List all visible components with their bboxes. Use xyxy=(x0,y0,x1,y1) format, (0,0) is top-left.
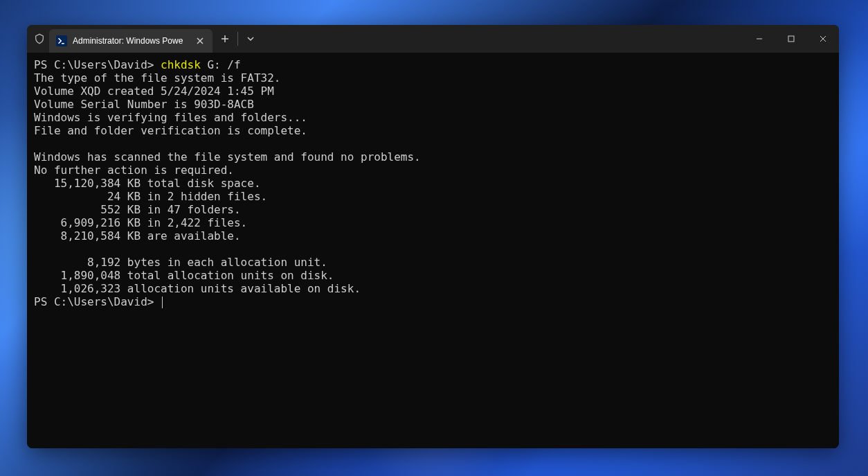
title-bar[interactable]: Administrator: Windows Powe xyxy=(27,25,839,53)
minimize-icon xyxy=(756,35,763,42)
output-line: Volume Serial Number is 903D-8ACB xyxy=(34,98,254,111)
output-line: 1,026,323 allocation units available on … xyxy=(34,282,361,295)
powershell-icon xyxy=(56,35,67,46)
tab-dropdown-button[interactable] xyxy=(238,25,263,53)
minimize-button[interactable] xyxy=(743,25,775,53)
close-window-button[interactable] xyxy=(807,25,839,53)
prompt: PS C:\Users\David> xyxy=(34,58,161,71)
admin-shield-icon xyxy=(34,33,45,44)
maximize-icon xyxy=(788,35,795,42)
terminal-window: Administrator: Windows Powe xyxy=(27,25,839,448)
cursor xyxy=(162,297,163,308)
active-tab[interactable]: Administrator: Windows Powe xyxy=(49,29,213,53)
output-line: 8,192 bytes in each allocation unit. xyxy=(34,256,327,269)
output-line: No further action is required. xyxy=(34,164,234,177)
prompt: PS C:\Users\David> xyxy=(34,295,161,308)
chevron-down-icon xyxy=(246,35,255,43)
tab-title: Administrator: Windows Powe xyxy=(73,36,190,46)
output-line: The type of the file system is FAT32. xyxy=(34,71,280,85)
output-line: 24 KB in 2 hidden files. xyxy=(34,190,267,203)
output-line: Volume XQD created 5/24/2024 1:45 PM xyxy=(34,85,274,98)
output-line: Windows is verifying files and folders..… xyxy=(34,111,307,124)
output-line: 1,890,048 total allocation units on disk… xyxy=(34,269,334,282)
output-line: 552 KB in 47 folders. xyxy=(34,203,241,216)
close-tab-button[interactable] xyxy=(195,35,206,46)
output-line: File and folder verification is complete… xyxy=(34,124,307,137)
tabs-area: Administrator: Windows Powe xyxy=(49,25,263,53)
command: chkdsk xyxy=(161,58,201,71)
new-tab-button[interactable] xyxy=(213,25,237,53)
command-args: G: /f xyxy=(201,58,241,71)
close-icon xyxy=(197,37,204,44)
output-line: 6,909,216 KB in 2,422 files. xyxy=(34,216,247,229)
close-icon xyxy=(820,35,826,42)
maximize-button[interactable] xyxy=(775,25,807,53)
window-controls xyxy=(743,25,839,53)
svg-rect-0 xyxy=(788,36,794,42)
plus-icon xyxy=(221,35,229,43)
output-line: 15,120,384 KB total disk space. xyxy=(34,177,261,190)
terminal-body[interactable]: PS C:\Users\David> chkdsk G: /f The type… xyxy=(27,53,839,448)
output-line: Windows has scanned the file system and … xyxy=(34,150,421,164)
output-line: 8,210,584 KB are available. xyxy=(34,229,241,243)
